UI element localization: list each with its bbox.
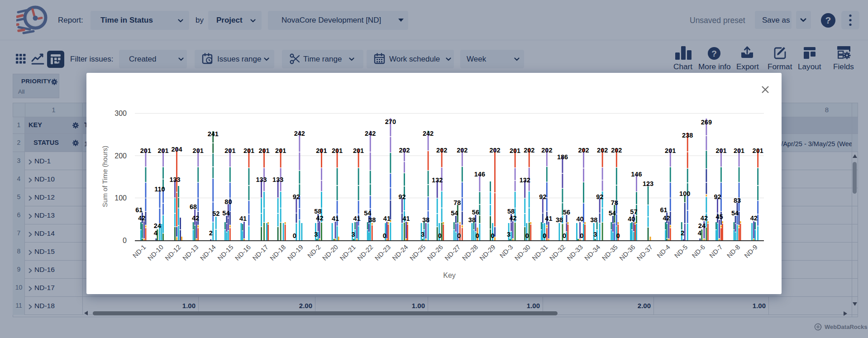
svg-text:300: 300 bbox=[114, 109, 127, 117]
svg-text:54: 54 bbox=[222, 209, 229, 217]
svg-text:68: 68 bbox=[190, 203, 197, 210]
svg-text:4: 4 bbox=[154, 229, 157, 237]
svg-text:269: 269 bbox=[701, 119, 712, 126]
svg-text:42: 42 bbox=[316, 214, 323, 222]
svg-text:40: 40 bbox=[577, 215, 584, 223]
svg-text:201: 201 bbox=[510, 147, 520, 154]
svg-text:83: 83 bbox=[734, 197, 741, 204]
svg-text:0: 0 bbox=[293, 232, 296, 239]
svg-text:ND-12: ND-12 bbox=[164, 243, 182, 262]
svg-text:146: 146 bbox=[631, 171, 642, 178]
svg-text:202: 202 bbox=[399, 147, 410, 154]
svg-text:202: 202 bbox=[611, 147, 622, 154]
svg-text:Sum of Time (hours): Sum of Time (hours) bbox=[101, 146, 109, 207]
svg-text:57: 57 bbox=[630, 208, 637, 215]
svg-text:52: 52 bbox=[212, 210, 219, 217]
svg-text:3: 3 bbox=[507, 231, 510, 238]
svg-text:54: 54 bbox=[451, 209, 458, 217]
svg-text:38: 38 bbox=[556, 216, 563, 224]
svg-text:186: 186 bbox=[557, 153, 568, 161]
svg-text:41: 41 bbox=[383, 215, 391, 222]
svg-text:202: 202 bbox=[541, 147, 552, 154]
svg-text:61: 61 bbox=[660, 206, 668, 214]
svg-text:133: 133 bbox=[169, 176, 180, 183]
svg-text:202: 202 bbox=[578, 147, 589, 154]
svg-text:ND-26: ND-26 bbox=[426, 243, 444, 262]
svg-text:201: 201 bbox=[332, 147, 343, 154]
svg-text:ND-28: ND-28 bbox=[461, 243, 479, 262]
svg-text:242: 242 bbox=[423, 130, 434, 137]
svg-text:54: 54 bbox=[731, 209, 739, 217]
svg-text:201: 201 bbox=[157, 147, 168, 154]
svg-text:ND-15: ND-15 bbox=[216, 243, 235, 262]
svg-text:3: 3 bbox=[314, 231, 318, 238]
svg-text:2: 2 bbox=[681, 229, 684, 237]
svg-text:92: 92 bbox=[293, 193, 300, 200]
svg-text:242: 242 bbox=[294, 130, 305, 137]
svg-text:ND-16: ND-16 bbox=[234, 243, 252, 262]
svg-text:201: 201 bbox=[258, 147, 269, 154]
svg-text:ND-29: ND-29 bbox=[478, 243, 497, 262]
svg-text:ND-18: ND-18 bbox=[268, 243, 287, 262]
svg-text:ND-3: ND-3 bbox=[498, 243, 514, 259]
svg-text:0: 0 bbox=[123, 237, 127, 244]
svg-text:ND-14: ND-14 bbox=[199, 243, 217, 262]
svg-text:42: 42 bbox=[750, 214, 758, 222]
svg-text:3: 3 bbox=[421, 231, 424, 238]
svg-text:123: 123 bbox=[643, 180, 653, 187]
svg-text:ND-33: ND-33 bbox=[566, 243, 584, 262]
svg-text:0: 0 bbox=[457, 232, 461, 239]
svg-text:ND-25: ND-25 bbox=[408, 243, 427, 262]
svg-text:56: 56 bbox=[472, 209, 479, 216]
svg-text:ND-32: ND-32 bbox=[548, 243, 567, 262]
svg-text:56: 56 bbox=[563, 209, 570, 216]
svg-text:0: 0 bbox=[616, 232, 620, 239]
svg-text:201: 201 bbox=[224, 147, 235, 154]
svg-text:202: 202 bbox=[457, 147, 467, 154]
svg-text:ND-21: ND-21 bbox=[339, 243, 357, 262]
svg-text:92: 92 bbox=[398, 193, 405, 200]
svg-text:ND-24: ND-24 bbox=[391, 243, 410, 262]
svg-text:0: 0 bbox=[491, 232, 494, 239]
svg-text:110: 110 bbox=[154, 186, 165, 193]
svg-text:4: 4 bbox=[698, 229, 701, 237]
svg-text:38: 38 bbox=[368, 216, 376, 224]
svg-text:0: 0 bbox=[438, 232, 442, 239]
svg-text:41: 41 bbox=[402, 215, 410, 222]
svg-text:42: 42 bbox=[138, 214, 145, 222]
svg-text:ND-31: ND-31 bbox=[531, 243, 549, 262]
svg-text:?: ? bbox=[711, 49, 717, 58]
svg-text:0: 0 bbox=[543, 232, 546, 239]
svg-text:24: 24 bbox=[154, 222, 161, 229]
svg-text:202: 202 bbox=[436, 147, 447, 154]
svg-text:202: 202 bbox=[597, 147, 608, 154]
svg-text:80: 80 bbox=[224, 198, 232, 205]
svg-text:54: 54 bbox=[609, 209, 616, 217]
svg-text:92: 92 bbox=[596, 193, 603, 200]
svg-text:40: 40 bbox=[628, 215, 635, 223]
svg-text:38: 38 bbox=[590, 216, 597, 224]
svg-text:ND-20: ND-20 bbox=[321, 243, 339, 262]
svg-text:201: 201 bbox=[353, 147, 364, 154]
svg-text:201: 201 bbox=[316, 147, 327, 154]
svg-text:132: 132 bbox=[432, 176, 443, 184]
svg-text:ND-2: ND-2 bbox=[306, 243, 322, 259]
svg-text:24: 24 bbox=[698, 222, 706, 229]
svg-text:202: 202 bbox=[524, 147, 534, 154]
svg-text:132: 132 bbox=[520, 176, 530, 184]
svg-text:ND-37: ND-37 bbox=[635, 243, 654, 262]
svg-text:ND-7: ND-7 bbox=[708, 243, 724, 259]
svg-text:200: 200 bbox=[114, 152, 127, 160]
svg-text:133: 133 bbox=[256, 176, 267, 183]
svg-text:204: 204 bbox=[171, 146, 182, 153]
svg-text:92: 92 bbox=[714, 193, 721, 200]
svg-text:201: 201 bbox=[715, 147, 726, 154]
svg-text:38: 38 bbox=[468, 216, 476, 224]
svg-text:ND-36: ND-36 bbox=[618, 243, 637, 262]
svg-text:ND-19: ND-19 bbox=[286, 243, 305, 262]
svg-text:ND-8: ND-8 bbox=[725, 243, 741, 259]
svg-text:201: 201 bbox=[193, 147, 204, 154]
svg-text:2: 2 bbox=[209, 229, 213, 237]
svg-text:242: 242 bbox=[365, 130, 376, 137]
svg-text:42: 42 bbox=[701, 214, 708, 222]
